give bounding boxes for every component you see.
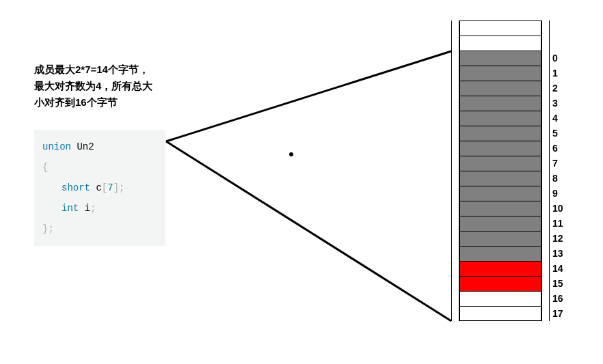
- memory-rail-left: [451, 81, 459, 96]
- memory-byte-index: [550, 36, 573, 51]
- memory-rail-left: [451, 231, 459, 246]
- memory-row: 3: [451, 96, 573, 111]
- keyword-short: short: [62, 182, 90, 193]
- memory-byte-index: 5: [550, 126, 573, 141]
- memory-byte-cell: [459, 111, 541, 126]
- memory-rail-right: [541, 216, 550, 231]
- memory-byte-cell: [459, 141, 541, 156]
- memory-byte-index: 7: [550, 156, 573, 171]
- member-i: i: [85, 203, 90, 214]
- bracket-close: ];: [113, 182, 125, 193]
- member-c: c: [96, 182, 101, 193]
- memory-rail-right: [541, 20, 550, 36]
- memory-row: 12: [451, 231, 573, 246]
- memory-byte-index: 2: [550, 81, 573, 96]
- memory-rail-right: [541, 276, 550, 291]
- memory-rail-right: [541, 51, 550, 66]
- caption-line-3: 小对齐到16个字节: [34, 96, 118, 108]
- memory-rail-left: [451, 111, 459, 126]
- memory-rail-right: [541, 261, 550, 276]
- memory-byte-cell: [459, 291, 541, 306]
- memory-row: 9: [451, 186, 573, 201]
- memory-byte-cell: [459, 216, 541, 231]
- memory-byte-cell: [459, 171, 541, 186]
- memory-rail-left: [451, 126, 459, 141]
- memory-row: [451, 36, 573, 51]
- memory-layout-table: 01234567891011121314151617: [451, 20, 573, 321]
- memory-row: 14: [451, 261, 573, 276]
- memory-rail-left: [451, 201, 459, 216]
- memory-byte-index: 1: [550, 66, 573, 81]
- memory-rail-right: [541, 66, 550, 81]
- memory-rail-right: [541, 141, 550, 156]
- memory-byte-index: 17: [550, 306, 573, 321]
- memory-rail-right: [541, 231, 550, 246]
- memory-row: 4: [451, 111, 573, 126]
- memory-byte-index: 16: [550, 291, 573, 306]
- svg-line-1: [166, 141, 451, 321]
- memory-byte-index: 8: [550, 171, 573, 186]
- caption-line-1: 成员最大2*7=14个字节，: [34, 64, 149, 75]
- memory-rail-right: [541, 246, 550, 261]
- memory-row: 17: [451, 306, 573, 321]
- memory-byte-index: 0: [550, 51, 573, 66]
- memory-byte-index: 13: [550, 246, 573, 261]
- memory-byte-index: 9: [550, 186, 573, 201]
- keyword-union: union: [42, 141, 71, 152]
- memory-rail-right: [541, 201, 550, 216]
- memory-rail-left: [451, 156, 459, 171]
- memory-rail-left: [451, 171, 459, 186]
- memory-rail-left: [451, 276, 459, 291]
- memory-row: 5: [451, 126, 573, 141]
- memory-rail-left: [451, 306, 459, 321]
- memory-byte-cell: [459, 81, 541, 96]
- memory-row: 16: [451, 291, 573, 306]
- memory-byte-index: 4: [550, 111, 573, 126]
- memory-row: 11: [451, 216, 573, 231]
- svg-point-2: [289, 152, 293, 156]
- memory-byte-index: 11: [550, 216, 573, 231]
- memory-row: [451, 20, 573, 36]
- memory-byte-index: 6: [550, 141, 573, 156]
- memory-row: 1: [451, 66, 573, 81]
- memory-byte-cell: [459, 306, 541, 321]
- memory-row: 15: [451, 276, 573, 291]
- memory-rail-right: [541, 186, 550, 201]
- memory-byte-cell: [459, 186, 541, 201]
- memory-rail-right: [541, 291, 550, 306]
- memory-byte-cell: [459, 261, 541, 276]
- memory-byte-cell: [459, 96, 541, 111]
- memory-byte-index: 3: [550, 96, 573, 111]
- memory-row: 10: [451, 201, 573, 216]
- memory-row: 13: [451, 246, 573, 261]
- svg-line-0: [166, 51, 451, 141]
- type-name: Un2: [77, 141, 94, 152]
- memory-byte-cell: [459, 51, 541, 66]
- memory-byte-cell: [459, 20, 541, 36]
- memory-row: 7: [451, 156, 573, 171]
- memory-row: 6: [451, 141, 573, 156]
- code-block: union Un2 { short c[7]; int i; };: [34, 130, 165, 246]
- keyword-int: int: [62, 203, 79, 214]
- memory-byte-cell: [459, 66, 541, 81]
- memory-byte-cell: [459, 231, 541, 246]
- memory-rail-right: [541, 156, 550, 171]
- caption-text: 成员最大2*7=14个字节， 最大对齐数为4，所有总大 小对齐到16个字节: [34, 61, 185, 111]
- memory-rail-right: [541, 96, 550, 111]
- memory-byte-cell: [459, 201, 541, 216]
- memory-rail-right: [541, 81, 550, 96]
- memory-rail-left: [451, 36, 459, 51]
- code-line-4: int i;: [42, 198, 157, 219]
- memory-byte-cell: [459, 276, 541, 291]
- code-line-1: union Un2: [42, 137, 157, 157]
- memory-rail-left: [451, 51, 459, 66]
- memory-rail-left: [451, 216, 459, 231]
- memory-rail-left: [451, 66, 459, 81]
- code-line-5: };: [42, 219, 157, 239]
- memory-row: 0: [451, 51, 573, 66]
- memory-rail-left: [451, 96, 459, 111]
- memory-rail-left: [451, 20, 459, 36]
- array-size: 7: [107, 182, 113, 193]
- memory-byte-cell: [459, 156, 541, 171]
- bracket-open: [: [102, 182, 107, 193]
